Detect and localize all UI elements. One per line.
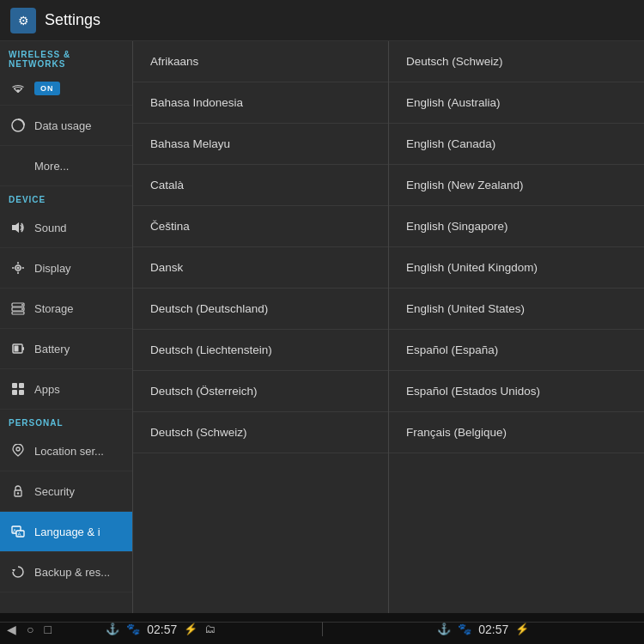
section-personal-title: PERSONAL [0, 410, 132, 431]
status-bar: ◀ ○ □ ⚓ 🐾 02:57 ⚡ 🗂 ⚓ 🐾 02:57 ⚡ [0, 613, 644, 644]
title-bar: ⚙ Settings [0, 0, 644, 41]
data-usage-icon [9, 116, 27, 135]
svg-point-12 [21, 308, 23, 310]
language-list-item[interactable]: Deutsch (Schweiz) [133, 412, 388, 453]
status-bolt-icon-left: ⚡ [184, 623, 197, 635]
language-list-item[interactable]: Čeština [133, 206, 388, 247]
main-content: WIRELESS &NETWORKS ON Data usage [0, 41, 644, 613]
security-icon [9, 482, 27, 501]
language-list-left: AfrikaansBahasa IndonesiaBahasa MelayuCa… [133, 41, 389, 613]
status-usb-icon-left: ⚓ [106, 623, 119, 635]
sidebar-item-more[interactable]: More... [0, 146, 132, 186]
language-list-item[interactable]: Dansk [133, 247, 388, 289]
more-label: More... [34, 160, 69, 173]
more-icon [9, 156, 27, 175]
status-time-right: 02:57 [478, 623, 508, 636]
sidebar-item-language[interactable]: A A Language & i [0, 512, 132, 552]
settings-app-icon: ⚙ [10, 8, 36, 33]
data-usage-label: Data usage [34, 119, 92, 132]
apps-label: Apps [34, 383, 60, 396]
language-list-item[interactable]: Bahasa Melayu [133, 124, 388, 165]
svg-point-3 [17, 267, 20, 270]
sidebar: WIRELESS &NETWORKS ON Data usage [0, 41, 133, 613]
wifi-icon [9, 79, 27, 98]
sound-icon [9, 218, 27, 237]
language-list-item[interactable]: Català [133, 165, 388, 206]
sidebar-item-battery[interactable]: Battery [0, 329, 132, 369]
backup-label: Backup & res... [34, 566, 110, 579]
sound-label: Sound [34, 222, 67, 234]
language-list-item[interactable]: English (United States) [389, 289, 644, 330]
status-bolt-icon-right: ⚡ [515, 623, 529, 635]
svg-marker-27 [12, 569, 15, 572]
security-label: Security [34, 485, 75, 498]
status-android-icon-left: 🐾 [126, 623, 140, 635]
svg-rect-19 [19, 390, 24, 395]
location-icon [9, 441, 27, 460]
sidebar-item-backup[interactable]: Backup & res... [0, 552, 132, 592]
status-android-icon-right: 🐾 [458, 623, 471, 635]
location-label: Location ser... [34, 445, 104, 458]
language-list-item[interactable]: Deutsch (Deutschland) [133, 289, 388, 330]
language-list-item[interactable]: Français (Belgique) [389, 412, 644, 453]
back-icon[interactable]: ◀ [7, 623, 16, 636]
svg-rect-18 [12, 390, 17, 395]
sidebar-item-location[interactable]: Location ser... [0, 431, 132, 471]
page-title: Settings [45, 11, 100, 29]
sidebar-item-wifi[interactable]: ON [0, 72, 132, 106]
language-list-item[interactable]: English (United Kingdom) [389, 247, 644, 289]
language-list-item[interactable]: English (New Zealand) [389, 165, 644, 206]
language-label: Language & i [34, 526, 100, 538]
svg-marker-1 [12, 222, 19, 233]
storage-icon [9, 299, 27, 318]
nav-icons: ◀ ○ □ [7, 623, 52, 636]
display-label: Display [34, 262, 71, 275]
svg-text:A: A [18, 532, 21, 537]
svg-point-11 [21, 304, 23, 306]
language-list-item[interactable]: English (Singapore) [389, 206, 644, 247]
language-area: AfrikaansBahasa IndonesiaBahasa MelayuCa… [133, 41, 644, 613]
language-list-item[interactable]: English (Australia) [389, 82, 644, 124]
svg-rect-10 [12, 312, 24, 314]
status-bar-left: ◀ ○ □ ⚓ 🐾 02:57 ⚡ 🗂 [0, 622, 323, 636]
section-device-title: DEVICE [0, 186, 132, 208]
home-icon[interactable]: ○ [27, 623, 33, 636]
svg-rect-17 [19, 383, 24, 388]
language-list-item[interactable]: Español (Estados Unidos) [389, 371, 644, 412]
sidebar-item-security[interactable]: Security [0, 471, 132, 512]
language-list-item[interactable]: Bahasa Indonesia [133, 82, 388, 124]
recents-icon[interactable]: □ [44, 623, 51, 636]
status-time-left: 02:57 [147, 623, 177, 636]
status-sd-icon-left: 🗂 [204, 623, 216, 635]
backup-icon [9, 562, 27, 581]
storage-label: Storage [34, 302, 74, 315]
language-list-item[interactable]: Deutsch (Österreich) [133, 371, 388, 412]
status-bar-right: ⚓ 🐾 02:57 ⚡ [323, 622, 645, 636]
language-list-right: Deutsch (Schweiz)English (Australia)Engl… [389, 41, 644, 613]
sidebar-item-apps[interactable]: Apps [0, 369, 132, 410]
svg-rect-16 [12, 383, 17, 388]
section-wireless-title: WIRELESS &NETWORKS [0, 41, 132, 72]
language-list-item[interactable]: English (Canada) [389, 124, 644, 165]
status-usb-icon-right: ⚓ [437, 623, 451, 635]
apps-icon [9, 380, 27, 398]
sidebar-item-display[interactable]: Display [0, 248, 132, 289]
language-list-item[interactable]: Deutsch (Schweiz) [389, 41, 644, 82]
svg-point-20 [16, 447, 20, 451]
language-list-item[interactable]: Español (España) [389, 330, 644, 371]
svg-point-22 [17, 492, 19, 494]
svg-rect-15 [15, 346, 19, 352]
language-list-item[interactable]: Afrikaans [133, 41, 388, 82]
sidebar-item-data-usage[interactable]: Data usage [0, 106, 132, 146]
display-icon [9, 258, 27, 277]
battery-icon [9, 339, 27, 358]
sidebar-item-sound[interactable]: Sound [0, 208, 132, 248]
svg-rect-14 [22, 347, 24, 350]
sidebar-item-storage[interactable]: Storage [0, 289, 132, 329]
battery-label: Battery [34, 343, 70, 355]
wifi-toggle-button[interactable]: ON [34, 82, 60, 95]
language-list-item[interactable]: Deutsch (Liechtenstein) [133, 330, 388, 371]
language-icon: A A [9, 522, 27, 541]
